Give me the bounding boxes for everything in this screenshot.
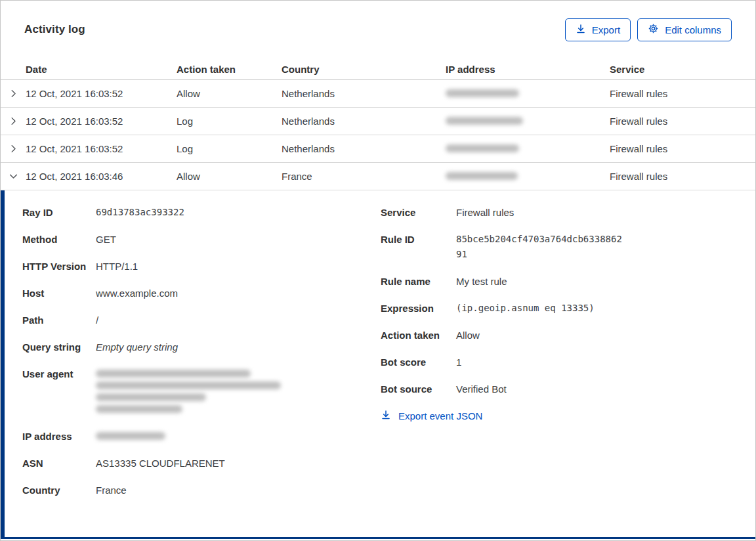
column-header-service: Service xyxy=(610,64,755,75)
detail-right-column: Service Firewall rules Rule ID 85bce5b20… xyxy=(381,205,736,537)
field-value: 85bce5b204cf4703a764dcb633886291 xyxy=(456,232,625,262)
field-label: Country xyxy=(22,483,96,498)
field-label: HTTP Version xyxy=(22,259,96,274)
cell-service: Firewall rules xyxy=(610,116,755,127)
field-asn: ASN AS13335 CLOUDFLARENET xyxy=(22,456,364,471)
field-value: AS13335 CLOUDFLARENET xyxy=(96,456,225,471)
field-value: Firewall rules xyxy=(456,205,514,220)
cell-country: Netherlands xyxy=(282,116,446,127)
field-value: Verified Bot xyxy=(456,381,507,397)
field-value: 1 xyxy=(456,355,461,370)
export-button[interactable]: Export xyxy=(565,18,631,41)
field-label: Path xyxy=(22,313,96,328)
export-event-json-label: Export event JSON xyxy=(398,410,482,422)
edit-columns-button-label: Edit columns xyxy=(665,24,721,35)
field-label: Expression xyxy=(381,301,456,316)
cell-service: Firewall rules xyxy=(610,143,755,154)
gear-icon xyxy=(648,23,659,36)
export-button-label: Export xyxy=(592,24,620,35)
cell-ip-redacted xyxy=(446,116,610,127)
cell-date: 12 Oct, 2021 16:03:46 xyxy=(26,171,177,182)
cell-country: Netherlands xyxy=(282,143,446,154)
field-ip-address: IP address xyxy=(22,429,364,444)
export-event-json-link[interactable]: Export event JSON xyxy=(381,410,482,422)
cell-action: Allow xyxy=(177,171,282,182)
download-icon xyxy=(381,410,391,422)
edit-columns-button[interactable]: Edit columns xyxy=(637,18,732,41)
header: Activity log Export Edit columns xyxy=(1,1,755,58)
field-label: IP address xyxy=(22,429,96,444)
field-value: France xyxy=(96,483,127,498)
chevron-right-icon[interactable] xyxy=(1,144,26,154)
field-label: ASN xyxy=(22,456,96,471)
activity-log-panel: Activity log Export Edit columns Date Ac… xyxy=(0,0,756,541)
field-label: Bot score xyxy=(381,355,456,370)
field-label: User agent xyxy=(22,366,96,417)
field-label: Method xyxy=(22,232,96,247)
field-user-agent: User agent xyxy=(22,366,364,417)
cell-action: Log xyxy=(177,116,282,127)
field-http-version: HTTP Version HTTP/1.1 xyxy=(22,259,364,274)
field-value: 69d13783ac393322 xyxy=(96,205,184,220)
field-label: Bot source xyxy=(381,381,456,397)
event-detail-panel: Ray ID 69d13783ac393322 Method GET HTTP … xyxy=(1,190,755,537)
field-method: Method GET xyxy=(22,232,364,247)
cell-date: 12 Oct, 2021 16:03:52 xyxy=(26,88,177,99)
chevron-down-icon[interactable] xyxy=(1,171,26,181)
field-value: HTTP/1.1 xyxy=(96,259,138,274)
table-row[interactable]: 12 Oct, 2021 16:03:52 Allow Netherlands … xyxy=(1,80,755,108)
field-label: Action taken xyxy=(381,328,456,343)
field-value: Allow xyxy=(456,328,480,343)
field-rule-id: Rule ID 85bce5b204cf4703a764dcb633886291 xyxy=(381,232,736,262)
table-row[interactable]: 12 Oct, 2021 16:03:52 Log Netherlands Fi… xyxy=(1,108,755,135)
column-header-date: Date xyxy=(26,64,177,75)
cell-date: 12 Oct, 2021 16:03:52 xyxy=(26,116,177,127)
field-label: Rule name xyxy=(381,274,456,289)
cell-country: Netherlands xyxy=(282,88,446,99)
chevron-right-icon[interactable] xyxy=(1,116,26,126)
field-value: GET xyxy=(96,232,116,247)
header-actions: Export Edit columns xyxy=(565,18,732,41)
table-row-expanded[interactable]: 12 Oct, 2021 16:03:46 Allow France Firew… xyxy=(1,163,755,190)
cell-service: Firewall rules xyxy=(610,88,755,99)
field-value-redacted xyxy=(96,366,281,417)
field-query-string: Query string Empty query string xyxy=(22,339,364,355)
field-action-taken: Action taken Allow xyxy=(381,328,736,343)
field-label: Ray ID xyxy=(22,205,96,220)
field-ray-id: Ray ID 69d13783ac393322 xyxy=(22,205,364,220)
table-row[interactable]: 12 Oct, 2021 16:03:52 Log Netherlands Fi… xyxy=(1,135,755,163)
chevron-right-icon[interactable] xyxy=(1,89,26,98)
field-label: Service xyxy=(381,205,456,220)
column-header-country: Country xyxy=(282,64,446,75)
field-bot-source: Bot source Verified Bot xyxy=(381,381,736,397)
cell-ip-redacted xyxy=(446,171,610,182)
cell-ip-redacted xyxy=(446,143,610,154)
field-value: My test rule xyxy=(456,274,507,289)
detail-left-column: Ray ID 69d13783ac393322 Method GET HTTP … xyxy=(22,205,364,537)
cell-service: Firewall rules xyxy=(610,171,755,182)
cell-ip-redacted xyxy=(446,88,610,99)
field-service: Service Firewall rules xyxy=(381,205,736,220)
field-bot-score: Bot score 1 xyxy=(381,355,736,370)
field-host: Host www.example.com xyxy=(22,286,364,301)
field-value: (ip.geoip.asnum eq 13335) xyxy=(456,301,595,316)
field-expression: Expression (ip.geoip.asnum eq 13335) xyxy=(381,301,736,316)
field-value: / xyxy=(96,313,98,328)
field-rule-name: Rule name My test rule xyxy=(381,274,736,289)
bottom-accent-bar xyxy=(1,537,755,539)
field-path: Path / xyxy=(22,313,364,328)
field-label: Rule ID xyxy=(381,232,456,262)
cell-country: France xyxy=(282,171,446,182)
field-label: Query string xyxy=(22,339,96,355)
column-header-action: Action taken xyxy=(177,64,282,75)
download-icon xyxy=(576,24,586,36)
cell-date: 12 Oct, 2021 16:03:52 xyxy=(26,143,177,154)
field-label: Host xyxy=(22,286,96,301)
field-value: www.example.com xyxy=(96,286,178,301)
page-title: Activity log xyxy=(24,23,85,36)
field-value-redacted xyxy=(96,429,165,444)
field-country: Country France xyxy=(22,483,364,498)
table-header: Date Action taken Country IP address Ser… xyxy=(1,58,755,80)
cell-action: Log xyxy=(177,143,282,154)
column-header-ip: IP address xyxy=(446,64,610,75)
